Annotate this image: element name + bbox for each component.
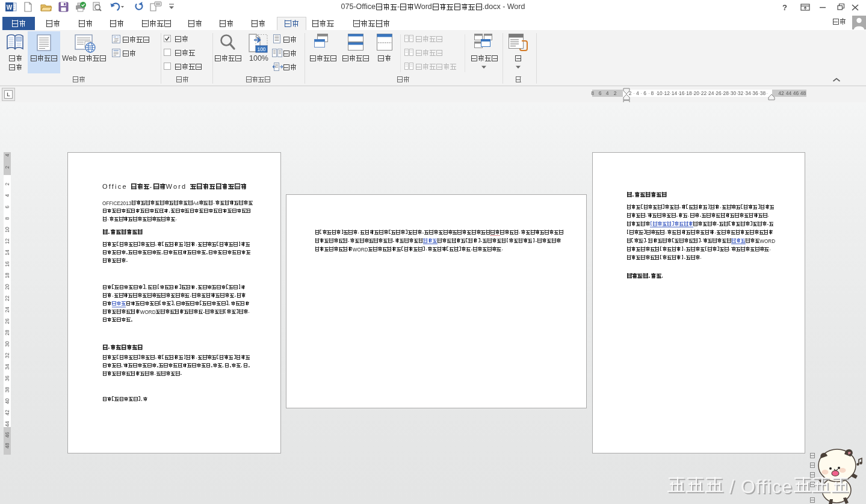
svg-text:?: ? [782, 3, 787, 12]
svg-text:100: 100 [257, 46, 265, 52]
